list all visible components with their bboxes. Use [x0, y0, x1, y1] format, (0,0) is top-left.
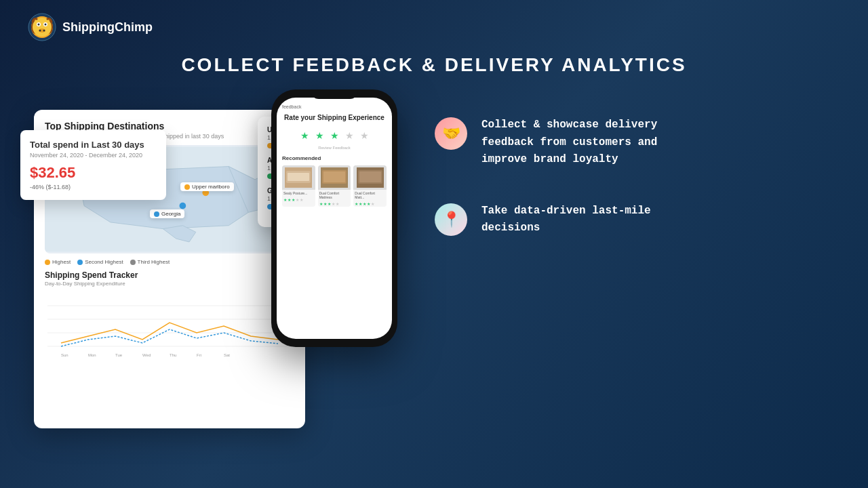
map-label-georgia: Georgia: [150, 209, 184, 218]
product-img-1: [282, 165, 315, 190]
logo-container: ShippingChimp: [27, 12, 153, 42]
header: ShippingChimp: [0, 0, 868, 54]
svg-rect-28: [288, 173, 309, 181]
content-area: Total spend in Last 30 days November 24,…: [0, 96, 868, 455]
product-stars-1: ★ ★ ★ ★ ★: [282, 197, 315, 203]
legend-second-dot: [77, 260, 83, 265]
dashboard-area: Total spend in Last 30 days November 24,…: [27, 96, 393, 455]
chart-area: Sun Mon Tue Wed Thu Fri Sat: [45, 292, 294, 360]
recommended-label: Recommended: [282, 155, 387, 161]
feature-icon-2: 📍: [434, 203, 468, 237]
georgia-dot: [154, 211, 159, 217]
product-title-1: Sealy Posture...: [282, 190, 315, 197]
dest-legend: Highest Second Highest Third Highest: [45, 259, 294, 265]
product-card-2: Dual Comfort Mattress ★ ★ ★ ★ ★: [318, 165, 351, 207]
legend-second-label: Second Highest: [85, 259, 123, 265]
product-img-3: [353, 165, 387, 190]
phone-outer: feedback Rate your Shipping Experience ★…: [271, 89, 397, 347]
product-title-2: Dual Comfort Mattress: [318, 190, 351, 201]
product-img-2: [318, 165, 351, 190]
svg-text:Mon: Mon: [88, 353, 96, 357]
product-card-1: Sealy Posture... ★ ★ ★ ★ ★: [282, 165, 315, 207]
svg-rect-31: [323, 171, 345, 182]
feature-item-2: 📍 Take data-driven last-miledecisions: [434, 203, 841, 237]
location-icon-circle: 📍: [435, 203, 467, 236]
feature-item-1: 🤝 Collect & showcase deliveryfeedback fr…: [434, 117, 841, 169]
svg-point-4: [33, 18, 52, 37]
spend-card-title: Total spend in Last 30 days: [30, 140, 157, 150]
map-label-upper-marlboro: Upper marlboro: [180, 182, 234, 191]
chart-svg: Sun Mon Tue Wed Thu Fri Sat: [45, 292, 294, 360]
feature-text-2: Take data-driven last-miledecisions: [481, 203, 651, 237]
star-5: ★: [358, 129, 370, 142]
products-row: Sealy Posture... ★ ★ ★ ★ ★: [282, 165, 387, 207]
legend-highest-label: Highest: [52, 259, 71, 265]
spend-card-date: November 24, 2020 - December 24, 2020: [30, 152, 157, 159]
product-stars-2: ★ ★ ★ ★ ★: [318, 201, 351, 207]
phone-notch: [311, 89, 358, 99]
page-title: COLLECT FEEDBACK & DELIVERY ANALYTICS: [0, 54, 868, 76]
phone-content: feedback Rate your Shipping Experience ★…: [277, 98, 392, 209]
spend-card: Total spend in Last 30 days November 24,…: [20, 130, 166, 200]
star-3: ★: [328, 129, 340, 142]
legend-second: Second Highest: [77, 259, 123, 265]
spend-card-amount: $32.65: [30, 164, 157, 182]
svg-text:Sun: Sun: [61, 353, 68, 357]
legend-third: Third Highest: [130, 259, 170, 265]
product-stars-3: ★ ★ ★ ★ ★: [353, 201, 387, 207]
svg-point-11: [43, 30, 45, 32]
product-title-3: Dual Comfort Matt...: [353, 190, 387, 201]
legend-highest: Highest: [45, 259, 71, 265]
spend-card-change: -46% ($-11.68): [30, 184, 157, 190]
phone-screen: feedback Rate your Shipping Experience ★…: [277, 98, 392, 339]
upper-marlboro-dot: [184, 184, 190, 190]
feedback-label: feedback: [282, 104, 387, 109]
destinations-section: Highest Second Highest Third Highest Shi…: [45, 259, 294, 360]
legend-highest-dot: [45, 260, 50, 265]
svg-rect-34: [359, 171, 381, 182]
product-img-svg-2: [321, 167, 348, 188]
svg-point-8: [45, 24, 47, 26]
logo-text: ShippingChimp: [62, 20, 153, 35]
svg-text:Fri: Fri: [197, 353, 201, 357]
svg-text:Sat: Sat: [224, 353, 230, 357]
features-area: 🤝 Collect & showcase deliveryfeedback fr…: [393, 96, 841, 271]
feedback-icon-circle: 🤝: [435, 117, 467, 150]
product-img-svg-1: [285, 167, 312, 188]
svg-text:Thu: Thu: [170, 353, 176, 357]
product-img-svg-3: [357, 167, 384, 188]
star-4: ★: [343, 129, 355, 142]
product-card-3: Dual Comfort Matt... ★ ★ ★ ★ ★: [353, 165, 387, 207]
phone-mockup: feedback Rate your Shipping Experience ★…: [271, 89, 397, 347]
svg-point-14: [180, 203, 186, 209]
feature-icon-1: 🤝: [434, 117, 468, 150]
svg-text:Tue: Tue: [115, 353, 123, 357]
tracker-subtitle: Day-to-Day Shipping Expenditure: [45, 281, 294, 287]
feedback-rate-title: Rate your Shipping Experience: [282, 113, 387, 123]
legend-third-dot: [130, 260, 136, 265]
review-text: Review Feedback: [282, 146, 387, 150]
upper-marlboro-label: Upper marlboro: [192, 184, 230, 190]
georgia-label: Georgia: [161, 211, 180, 217]
star-1: ★: [298, 129, 311, 142]
svg-point-7: [38, 24, 40, 26]
stars-row: ★ ★ ★ ★ ★: [282, 129, 387, 142]
logo-icon: [27, 12, 57, 42]
tracker-title: Shipping Spend Tracker: [45, 270, 294, 280]
feature-text-1: Collect & showcase deliveryfeedback from…: [481, 117, 657, 169]
svg-text:Wed: Wed: [142, 353, 151, 357]
legend-third-label: Third Highest: [138, 259, 170, 265]
svg-point-10: [39, 30, 41, 32]
star-2: ★: [313, 129, 326, 142]
